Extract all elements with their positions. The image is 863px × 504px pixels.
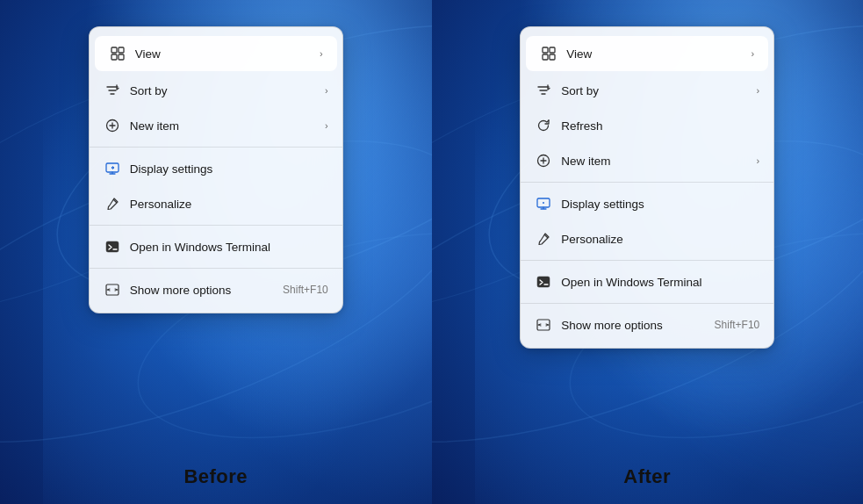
svg-rect-20 <box>550 54 555 60</box>
after-display-label: Display settings <box>561 198 759 211</box>
after-grid-icon <box>540 45 557 62</box>
plus-circle-icon <box>104 117 121 134</box>
refresh-icon <box>535 117 552 134</box>
after-sort-arrow: › <box>757 85 760 96</box>
after-plus-circle-icon <box>535 152 552 169</box>
after-menu-item-new[interactable]: New item › <box>521 143 773 178</box>
after-menu-item-terminal[interactable]: Open in Windows Terminal <box>521 264 773 299</box>
svg-rect-19 <box>543 54 548 60</box>
before-menu-item-personalize[interactable]: Personalize <box>90 186 342 221</box>
before-terminal-label: Open in Windows Terminal <box>130 241 328 254</box>
before-menu-item-terminal[interactable]: Open in Windows Terminal <box>90 229 342 264</box>
before-menu-wrapper: View › Sort by › <box>89 26 343 313</box>
before-new-arrow: › <box>325 120 328 131</box>
after-divider-3 <box>521 303 773 304</box>
after-refresh-label: Refresh <box>561 119 759 133</box>
svg-rect-11 <box>106 241 119 252</box>
grid-icon <box>109 45 126 62</box>
svg-rect-7 <box>119 54 124 60</box>
before-context-menu: View › Sort by › <box>89 26 343 313</box>
comparison-container: View › Sort by › <box>0 0 863 504</box>
after-menu-item-sort[interactable]: Sort by › <box>521 73 773 108</box>
before-divider-2 <box>90 225 342 226</box>
before-more-label: Show more options <box>130 284 283 297</box>
after-menu-item-more[interactable]: Show more options Shift+F10 <box>521 307 773 342</box>
after-view-arrow: › <box>752 48 755 59</box>
after-menu-item-refresh[interactable]: Refresh <box>521 108 773 143</box>
before-more-shortcut: Shift+F10 <box>283 284 328 296</box>
before-sort-label: Sort by <box>130 84 325 97</box>
before-personalize-label: Personalize <box>130 198 328 211</box>
svg-rect-24 <box>537 277 550 287</box>
after-more-shortcut: Shift+F10 <box>715 319 760 331</box>
after-new-arrow: › <box>757 155 760 166</box>
after-context-menu: View › Sort by › <box>520 26 774 349</box>
after-view-label: View <box>566 47 751 61</box>
after-terminal-icon <box>535 273 552 291</box>
svg-rect-6 <box>111 54 117 60</box>
after-sort-icon <box>535 82 552 99</box>
sort-icon <box>104 82 121 99</box>
before-view-label: View <box>135 47 320 61</box>
before-view-arrow: › <box>320 48 323 59</box>
after-panel: View › Sort by › <box>432 0 864 504</box>
before-divider-3 <box>90 268 342 269</box>
after-divider-2 <box>521 260 773 261</box>
after-menu-item-personalize[interactable]: Personalize <box>521 221 773 256</box>
display-icon <box>104 160 121 177</box>
after-personalize-label: Personalize <box>561 233 759 246</box>
after-menu-wrapper: View › Sort by › <box>520 26 774 349</box>
before-menu-item-more[interactable]: Show more options Shift+F10 <box>90 272 342 307</box>
after-label: After <box>623 465 671 488</box>
after-brush-icon <box>535 230 552 248</box>
before-display-label: Display settings <box>130 162 328 176</box>
svg-rect-17 <box>543 47 548 53</box>
before-menu-item-view[interactable]: View › <box>95 36 337 71</box>
after-divider-1 <box>521 182 773 183</box>
before-menu-item-sort[interactable]: Sort by › <box>90 73 342 108</box>
before-divider-1 <box>90 147 342 148</box>
after-menu-item-view[interactable]: View › <box>526 36 768 71</box>
svg-point-10 <box>111 167 113 169</box>
after-sort-label: Sort by <box>561 84 756 97</box>
before-menu-item-new[interactable]: New item › <box>90 108 342 143</box>
after-display-icon <box>535 195 552 212</box>
after-more-icon <box>535 316 552 334</box>
brush-icon <box>104 195 121 212</box>
before-new-label: New item <box>130 119 325 133</box>
after-new-label: New item <box>561 155 756 168</box>
svg-rect-18 <box>550 47 555 53</box>
before-menu-item-display[interactable]: Display settings <box>90 151 342 186</box>
before-sort-arrow: › <box>325 85 328 96</box>
after-terminal-label: Open in Windows Terminal <box>561 276 759 289</box>
after-menu-item-display[interactable]: Display settings <box>521 186 773 221</box>
more-icon <box>104 281 121 299</box>
svg-point-23 <box>543 202 544 204</box>
terminal-icon <box>104 238 121 256</box>
svg-rect-4 <box>111 47 117 53</box>
before-panel: View › Sort by › <box>0 0 432 504</box>
before-label: Before <box>183 465 248 488</box>
svg-rect-5 <box>119 47 124 53</box>
after-more-label: Show more options <box>561 319 714 332</box>
